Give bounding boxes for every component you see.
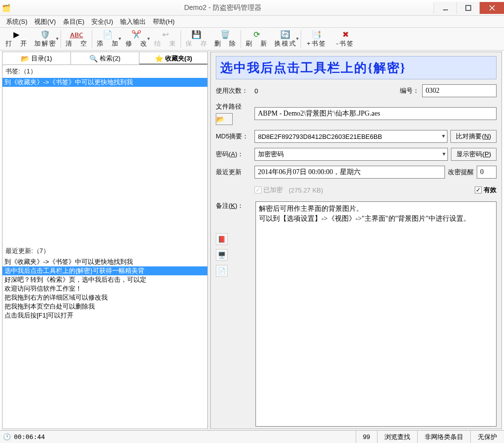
list-item[interactable]: 到《收藏夹》->《书签》中可以更快地找到我	[2, 78, 207, 87]
tab-directory[interactable]: 📂目录(1)	[2, 52, 71, 64]
finish-button: ↩结 束	[151, 29, 180, 50]
folder-open-icon: 📂	[216, 116, 225, 123]
delete-button[interactable]: 🗑️删 除	[211, 29, 240, 50]
refresh-button[interactable]: ⟳刷 新	[242, 29, 271, 50]
attachment-icon-2[interactable]: 🖥️	[216, 249, 228, 261]
menu-system[interactable]: 系统(S)	[3, 16, 30, 27]
left-pane: 📂目录(1) 🔍检索(2) ⭐收藏夹(3) 书签:（1） 到《收藏夹》->《书签…	[2, 52, 208, 429]
chevron-down-icon: ▾	[147, 36, 150, 41]
remove-bookmark-button[interactable]: ✖-书签	[331, 29, 360, 50]
status-protect: 无保护	[470, 431, 504, 443]
menu-help[interactable]: 帮助(H)	[150, 16, 178, 27]
chevron-down-icon: ▾	[56, 36, 59, 41]
modify-button[interactable]: ✂️修 改▾	[122, 29, 151, 50]
save-icon: 💾	[191, 30, 201, 39]
show-password-button[interactable]: 显示密码(P)	[451, 148, 497, 161]
list-item[interactable]: 欢迎访问羽信软件工作室！	[2, 284, 207, 293]
separator	[241, 30, 241, 48]
attachment-icon-1[interactable]: 📕	[216, 233, 228, 245]
md5-label: MD5摘要：	[216, 132, 252, 141]
password-label: 密码(A)：	[216, 150, 252, 159]
new-icon: 📄	[103, 30, 113, 39]
remark-textarea[interactable]: 解密后可用作主界面的背景图片。 可以到【选项设置】->《视图》->"主界面"的"…	[255, 201, 497, 427]
open-button[interactable]: ▶打 开	[2, 29, 31, 50]
usage-value: 0	[254, 87, 258, 95]
bookmark-list[interactable]: 到《收藏夹》->《书签》中可以更快地找到我	[2, 78, 207, 245]
title-bar: 🗂️ Demo2 - 防盗密码管理器	[0, 0, 504, 16]
remind-field[interactable]	[477, 166, 497, 179]
separator	[61, 30, 61, 48]
chevron-down-icon: ▾	[296, 36, 299, 41]
recent-list[interactable]: 到《收藏夹》->《书签》中可以更快地找到我 选中我后点击工具栏上的{解密}可获得…	[2, 257, 207, 429]
star-icon: ⭐	[155, 55, 163, 63]
tab-search[interactable]: 🔍检索(2)	[71, 52, 139, 64]
valid-checkbox[interactable]: ✓有效	[475, 186, 497, 194]
delete-icon: 🗑️	[220, 30, 230, 39]
lastupdate-field[interactable]	[254, 166, 445, 179]
main-area: 📂目录(1) 🔍检索(2) ⭐收藏夹(3) 书签:（1） 到《收藏夹》->《书签…	[0, 51, 504, 430]
md5-select[interactable]: 8D8E2F892793D8412BC2603E21EBE6BB▾	[254, 130, 447, 143]
clock-icon: 🕐	[3, 433, 11, 441]
id-label: 编号：	[400, 86, 419, 95]
refresh-icon: ⟳	[253, 30, 260, 39]
add-button[interactable]: 📄添 加▾	[93, 29, 122, 50]
separator	[301, 30, 301, 48]
switch-icon: 🔄	[280, 30, 290, 39]
play-icon: ▶	[13, 30, 19, 39]
svg-rect-1	[466, 5, 471, 10]
menu-bar: 系统(S) 视图(V) 条目(E) 安全(U) 输入输出 帮助(H)	[0, 16, 504, 28]
remind-label: 改密提醒	[448, 168, 474, 177]
clear-button[interactable]: ᴀʙᴄ清 空	[62, 29, 91, 50]
list-item[interactable]: 选中我后点击工具栏上的{解密}可获得一幅精美背	[2, 266, 207, 275]
separator	[92, 30, 92, 48]
usage-label: 使用次数：	[216, 86, 252, 95]
folder-icon: 📂	[21, 55, 29, 63]
list-item[interactable]: 到《收藏夹》->《书签》中可以更快地找到我	[2, 257, 207, 266]
encrypted-checkbox: ✓已加密	[254, 186, 283, 194]
status-bar: 🕐 00:06:44 99 浏览查找 非网络类条目 无保护	[0, 430, 504, 443]
undo-icon: ↩	[162, 30, 169, 39]
status-count: 99	[356, 431, 377, 443]
compare-digest-button[interactable]: 比对摘要(N)	[450, 130, 497, 143]
close-button[interactable]	[479, 2, 504, 14]
recent-section-label: 最近更新:（7）	[2, 245, 207, 257]
browse-path-button[interactable]: 📂	[216, 113, 233, 125]
menu-io[interactable]: 输入输出	[117, 16, 149, 27]
menu-entry[interactable]: 条目(E)	[60, 16, 87, 27]
bookmark-plus-icon: 📑	[312, 30, 321, 39]
encrypted-size: (275.27 KB)	[289, 187, 323, 194]
shield-icon: 🛡️	[40, 30, 50, 39]
separator	[181, 30, 181, 48]
switch-button[interactable]: 🔄换模式▾	[271, 29, 300, 50]
app-icon: 🗂️	[0, 4, 12, 12]
window-title: Demo2 - 防盗密码管理器	[12, 3, 434, 12]
status-timer: 00:06:44	[14, 433, 45, 441]
minimize-button[interactable]	[434, 2, 456, 14]
list-item[interactable]: 把我拖到右方的详细区域可以修改我	[2, 293, 207, 302]
password-select[interactable]: 加密密码▾	[254, 148, 448, 161]
clear-icon: ᴀʙᴄ	[70, 30, 83, 39]
path-field[interactable]	[254, 107, 497, 120]
attachment-icon-3[interactable]: 📄	[216, 265, 228, 277]
chevron-down-icon: ▾	[119, 36, 121, 41]
add-bookmark-button[interactable]: 📑+书签	[302, 29, 331, 50]
entry-title: 选中我后点击工具栏上的{解密}	[216, 56, 497, 79]
right-pane: 选中我后点击工具栏上的{解密} 使用次数： 0 编号： 文件路径 📂 MD5摘要…	[210, 52, 502, 429]
status-browse[interactable]: 浏览查找	[377, 431, 417, 443]
search-icon: 🔍	[89, 55, 98, 63]
list-item[interactable]: 把我拖到本页空白处可以删除我	[2, 302, 207, 311]
toolbar: ▶打 开 🛡️加解密▾ ᴀʙᴄ清 空 📄添 加▾ ✂️修 改▾ ↩结 束 💾保 …	[0, 28, 504, 51]
id-field[interactable]	[422, 84, 497, 97]
menu-view[interactable]: 视图(V)	[31, 16, 59, 27]
status-category: 非网络类条目	[417, 431, 470, 443]
tab-favorites[interactable]: ⭐收藏夹(3)	[139, 52, 207, 64]
decrypt-button[interactable]: 🛡️加解密▾	[31, 29, 60, 50]
chevron-down-icon: ▾	[442, 150, 445, 157]
save-button: 💾保 存	[182, 29, 211, 50]
list-item[interactable]: 点击我后按[F1]可以打开	[2, 311, 207, 320]
menu-security[interactable]: 安全(U)	[88, 16, 116, 27]
chevron-down-icon: ▾	[442, 132, 445, 139]
edit-icon: ✂️	[131, 30, 141, 39]
maximize-button[interactable]	[456, 2, 479, 14]
list-item[interactable]: 好深吧？转到《检索》页，选中我后右击，可以定	[2, 275, 207, 284]
